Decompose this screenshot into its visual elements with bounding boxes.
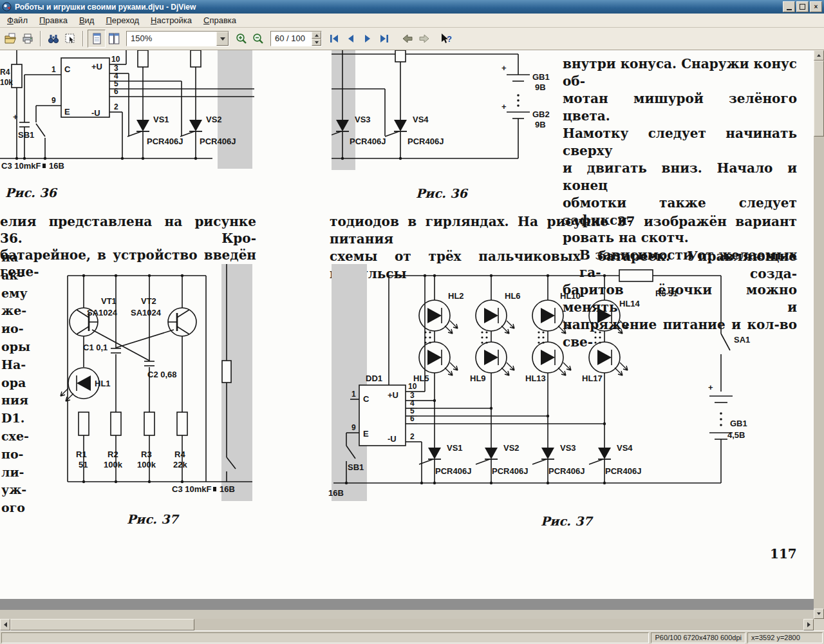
last-page-button[interactable]: [376, 30, 393, 47]
fig36-left-circuit: R4 10k 1 9 C E +U -U 10 3 4 5 6 2 + SB1: [0, 50, 254, 198]
text-fragment: ния: [1, 392, 27, 410]
circuit-label: 16В: [328, 488, 344, 498]
circuit-label: E: [64, 107, 70, 117]
scroll-down-button[interactable]: [814, 609, 824, 619]
context-help-button[interactable]: ?: [438, 30, 454, 47]
select-button[interactable]: [62, 30, 79, 47]
previous-page-button[interactable]: [342, 30, 359, 47]
circuit-label: C: [363, 394, 370, 404]
vertical-scroll-thumb[interactable]: [814, 61, 824, 137]
first-page-button[interactable]: [326, 30, 342, 47]
text-line: мотан мишурой зелёного цвета.: [563, 90, 797, 125]
circuit-label: 100k: [104, 460, 123, 469]
print-button[interactable]: [19, 30, 36, 47]
zoom-value[interactable]: 150%: [127, 32, 216, 46]
circuit-label: DD1: [366, 374, 382, 383]
horizontal-scroll-thumb[interactable]: [10, 619, 194, 630]
circuit-label: 10k: [0, 78, 13, 87]
minimize-button[interactable]: [783, 1, 795, 12]
back-button[interactable]: [399, 30, 416, 47]
page-up-button[interactable]: [312, 32, 321, 39]
menu-edit[interactable]: Правка: [33, 14, 73, 27]
layout-single-button[interactable]: [88, 30, 106, 48]
circuit-label: 16В: [220, 484, 235, 494]
text-fragment: На-: [1, 356, 27, 374]
scroll-up-button[interactable]: [814, 50, 824, 61]
zoom-in-button[interactable]: [233, 30, 250, 47]
page-value[interactable]: 60 / 100: [271, 32, 312, 46]
fig36-right-circuit: VS3 PCR406J VS4 PCR406J + GB1 9В + GB2 9…: [332, 50, 563, 179]
toolbar: 150% 60 / 100: [0, 28, 824, 50]
maximize-button[interactable]: [796, 1, 809, 12]
circuit-label: 22k: [173, 460, 187, 469]
scroll-right-button[interactable]: [803, 619, 814, 630]
circuit-label: VT1: [101, 296, 117, 306]
arrow-right-icon: [807, 622, 810, 627]
text-fragment: уж-: [1, 481, 27, 499]
circuit-label: HL13: [525, 374, 546, 383]
circuit-label: PCR406J: [548, 466, 585, 476]
circuit-label: PCR406J: [605, 466, 641, 476]
forward-button[interactable]: [416, 30, 433, 47]
print-icon: [21, 32, 34, 45]
find-button[interactable]: [45, 30, 62, 47]
circuit-label: E: [363, 429, 369, 439]
circuit-label: C: [64, 64, 71, 74]
circuit-label: 1: [52, 65, 56, 74]
circuit-label: 10: [408, 382, 417, 391]
circuit-label: PCR406J: [492, 466, 528, 476]
status-coordinates-panel: x=3592 y=2800: [747, 632, 823, 643]
circuit-label: R2: [108, 450, 118, 459]
layout-facing-button[interactable]: [106, 30, 122, 47]
circuit-label: 100k: [137, 460, 156, 469]
circuit-label: 9: [351, 423, 356, 432]
circuit-label: PCR406J: [147, 137, 183, 146]
zoom-combobox[interactable]: 150%: [126, 31, 229, 46]
text-fragment: ого: [1, 499, 27, 517]
circuit-label: 51: [79, 460, 88, 469]
circuit-label: 1: [351, 390, 356, 399]
text-fragment: ак-: [1, 267, 27, 285]
scroll-left-button[interactable]: [0, 619, 10, 630]
zoom-dropdown-button[interactable]: [216, 32, 229, 46]
document-page: R4 10k 1 9 C E +U -U 10 3 4 5 6 2 + SB1: [0, 50, 814, 599]
circuit-label: SA1024: [131, 308, 162, 317]
text-fragment: оры: [1, 338, 27, 356]
last-page-icon: [378, 32, 391, 45]
menu-view[interactable]: Вид: [73, 14, 100, 27]
fig36L-labels: R4 10k 1 9 C E +U -U 10 3 4 5 6 2 + SB1: [0, 55, 236, 171]
circuit-label: VS1: [447, 443, 463, 453]
fig37-right-caption: Рис. 37: [541, 514, 592, 528]
circuit-label: +: [501, 63, 507, 73]
facing-pages-icon: [108, 32, 120, 45]
text-line: внутри конуса. Снаружи конус об-: [563, 55, 797, 90]
circuit-label: 10: [111, 55, 120, 64]
open-button[interactable]: [3, 30, 19, 47]
window-title: Роботы и игрушки своими руками.djvu - Dj…: [15, 3, 782, 12]
title-bar: Роботы и игрушки своими руками.djvu - Dj…: [0, 0, 824, 14]
menu-help[interactable]: Справка: [198, 14, 242, 27]
next-page-button[interactable]: [359, 30, 376, 47]
page-down-button[interactable]: [312, 39, 321, 46]
open-folder-icon: [5, 32, 17, 45]
menu-go[interactable]: Переход: [100, 14, 145, 27]
app-icon: [2, 2, 12, 12]
close-button[interactable]: ×: [810, 1, 822, 12]
djview-window: Роботы и игрушки своими руками.djvu - Dj…: [0, 0, 824, 644]
page-spinner[interactable]: 60 / 100: [270, 31, 322, 46]
circuit-label: VS3: [355, 115, 371, 124]
zoom-out-icon: [252, 32, 265, 45]
chevron-down-icon: [220, 37, 225, 41]
zoom-out-button[interactable]: [250, 30, 267, 47]
menu-file[interactable]: Файл: [1, 14, 33, 27]
text-fragment: ио-: [1, 320, 27, 338]
circuit-label: HL2: [448, 291, 464, 301]
menu-settings[interactable]: Настройка: [145, 14, 198, 27]
forward-arrow-icon: [418, 32, 431, 45]
circuit-label: HL10: [560, 291, 581, 301]
maximize-icon: [800, 4, 805, 10]
vertical-scrollbar[interactable]: [814, 50, 824, 619]
circuit-label: HL17: [582, 374, 603, 383]
horizontal-scrollbar[interactable]: [0, 619, 814, 630]
viewport-lower-strip: [0, 610, 814, 619]
